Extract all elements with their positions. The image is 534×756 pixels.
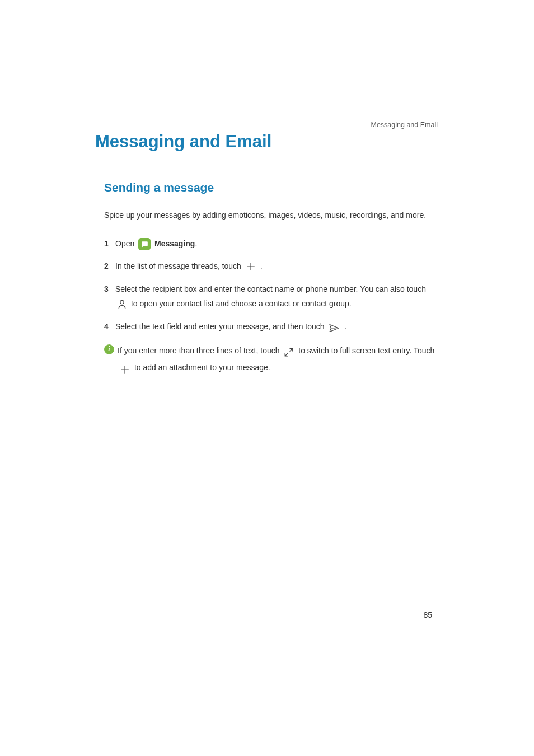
step-number: 4	[104, 319, 115, 334]
chapter-title: Messaging and Email	[95, 132, 439, 152]
info-body: If you enter more than three lines of te…	[118, 342, 439, 377]
expand-icon	[284, 346, 294, 356]
info-text-mid: to switch to full screen text entry. Tou…	[298, 346, 434, 355]
running-header: Messaging and Email	[371, 121, 438, 129]
step-2: 2 In the list of message threads, touch …	[104, 259, 439, 274]
section-title: Sending a message	[104, 181, 439, 194]
step-body: Open Messaging.	[115, 236, 439, 251]
app-name: Messaging	[154, 239, 195, 248]
step-4: 4 Select the text field and enter your m…	[104, 319, 439, 334]
step-text: Select the text field and enter your mes…	[115, 322, 326, 331]
step-number: 2	[104, 259, 115, 274]
messaging-app-icon	[138, 238, 151, 250]
step-3: 3 Select the recipient box and enter the…	[104, 282, 439, 311]
intro-paragraph: Spice up your messages by adding emotico…	[104, 208, 439, 223]
step-text-after: .	[260, 262, 263, 270]
send-icon	[329, 323, 340, 332]
contact-icon	[118, 300, 127, 310]
plus-icon	[120, 363, 130, 374]
step-text: Select the recipient box and enter the c…	[115, 284, 426, 293]
page-number: 85	[423, 610, 432, 619]
step-period: .	[195, 239, 197, 248]
step-text-after: to open your contact list and choose a c…	[131, 299, 352, 308]
step-number: 1	[104, 236, 115, 251]
page: Messaging and Email Messaging and Email …	[0, 0, 534, 756]
step-body: Select the recipient box and enter the c…	[115, 282, 439, 311]
info-text-after: to add an attachment to your message.	[134, 363, 270, 372]
info-note: i If you enter more than three lines of …	[104, 342, 439, 377]
step-text: In the list of message threads, touch	[115, 262, 243, 270]
steps-list: 1 Open Messaging. 2 In the list of messa…	[104, 236, 439, 334]
info-text: If you enter more than three lines of te…	[118, 346, 282, 355]
step-body: In the list of message threads, touch .	[115, 259, 439, 274]
step-text: Open	[115, 239, 137, 248]
step-body: Select the text field and enter your mes…	[115, 319, 439, 334]
step-1: 1 Open Messaging.	[104, 236, 439, 251]
info-icon: i	[104, 344, 114, 354]
step-number: 3	[104, 282, 115, 297]
svg-point-0	[120, 300, 124, 304]
step-text-after: .	[344, 322, 346, 331]
plus-icon	[246, 262, 256, 272]
